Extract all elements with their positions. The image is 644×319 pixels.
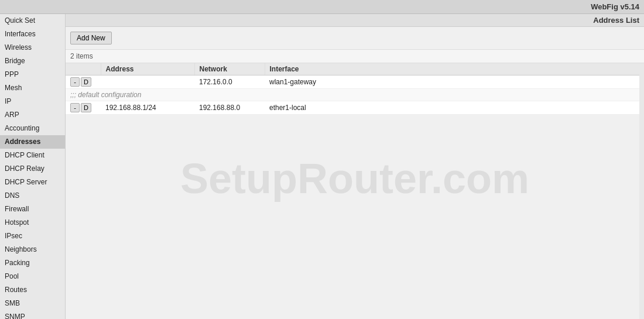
network-cell: 172.16.0.0 xyxy=(194,76,265,89)
table-header-row: Address Network Interface xyxy=(66,63,644,76)
table-row: -D172.16.0.0wlan1-gateway xyxy=(66,76,644,89)
content-header: Address List xyxy=(66,14,644,27)
app-header: WebFig v5.14 xyxy=(0,0,644,14)
sidebar-item-dhcp-relay[interactable]: DHCP Relay xyxy=(0,162,65,176)
sidebar-item-dns[interactable]: DNS xyxy=(0,189,65,203)
col-controls xyxy=(66,63,101,76)
sidebar-item-smb[interactable]: SMB xyxy=(0,297,65,310)
toolbar: Add New xyxy=(66,27,644,50)
row-minus-button[interactable]: - xyxy=(70,103,80,112)
sidebar-item-mesh[interactable]: Mesh xyxy=(0,81,65,95)
sidebar-item-neighbors[interactable]: Neighbors xyxy=(0,243,65,256)
sidebar-item-interfaces[interactable]: Interfaces xyxy=(0,28,65,41)
sidebar-item-routes[interactable]: Routes xyxy=(0,283,65,297)
table-container: Address Network Interface -D172.16.0.0wl… xyxy=(66,63,644,319)
scrollbar-track[interactable] xyxy=(639,63,644,319)
sidebar-item-ppp[interactable]: PPP xyxy=(0,68,65,81)
add-new-button[interactable]: Add New xyxy=(70,32,112,44)
sidebar-item-accounting[interactable]: Accounting xyxy=(0,122,65,135)
interface-cell: wlan1-gateway xyxy=(265,76,644,89)
network-cell: 192.168.88.0 xyxy=(194,101,265,115)
comment-cell: ;;; default configuration xyxy=(66,89,644,101)
sidebar-item-ip[interactable]: IP xyxy=(0,95,65,108)
address-table: Address Network Interface -D172.16.0.0wl… xyxy=(66,63,644,115)
sidebar-item-dhcp-server[interactable]: DHCP Server xyxy=(0,176,65,189)
table-row: -D192.168.88.1/24192.168.88.0ether1-loca… xyxy=(66,101,644,115)
items-count: 2 items xyxy=(66,50,644,63)
sidebar-item-hotspot[interactable]: Hotspot xyxy=(0,216,65,229)
sidebar: Quick SetInterfacesWirelessBridgePPPMesh… xyxy=(0,14,66,319)
row-d-button[interactable]: D xyxy=(81,103,91,112)
sidebar-item-quick-set[interactable]: Quick Set xyxy=(0,14,65,28)
page-title: Address List xyxy=(593,16,639,25)
address-cell xyxy=(101,76,194,89)
sidebar-item-addresses[interactable]: Addresses xyxy=(0,135,65,149)
sidebar-item-packing[interactable]: Packing xyxy=(0,256,65,270)
col-interface: Interface xyxy=(265,63,644,76)
table-row: ;;; default configuration xyxy=(66,89,644,101)
app-title: WebFig v5.14 xyxy=(591,2,639,11)
main-layout: Quick SetInterfacesWirelessBridgePPPMesh… xyxy=(0,14,644,319)
interface-cell: ether1-local xyxy=(265,101,644,115)
row-controls-cell: -D xyxy=(66,76,101,89)
sidebar-item-dhcp-client[interactable]: DHCP Client xyxy=(0,149,65,162)
col-address: Address xyxy=(101,63,194,76)
content-area: Address List SetupRouter.com Add New 2 i… xyxy=(66,14,644,319)
sidebar-item-pool[interactable]: Pool xyxy=(0,270,65,283)
sidebar-item-snmp[interactable]: SNMP xyxy=(0,310,65,319)
table-body: -D172.16.0.0wlan1-gateway;;; default con… xyxy=(66,76,644,115)
sidebar-item-bridge[interactable]: Bridge xyxy=(0,54,65,68)
row-minus-button[interactable]: - xyxy=(70,77,80,87)
sidebar-item-arp[interactable]: ARP xyxy=(0,108,65,122)
row-d-button[interactable]: D xyxy=(81,77,91,87)
col-network: Network xyxy=(194,63,265,76)
sidebar-item-ipsec[interactable]: IPsec xyxy=(0,229,65,243)
sidebar-item-firewall[interactable]: Firewall xyxy=(0,203,65,216)
address-cell: 192.168.88.1/24 xyxy=(101,101,194,115)
sidebar-item-wireless[interactable]: Wireless xyxy=(0,41,65,54)
row-controls-cell: -D xyxy=(66,101,101,115)
